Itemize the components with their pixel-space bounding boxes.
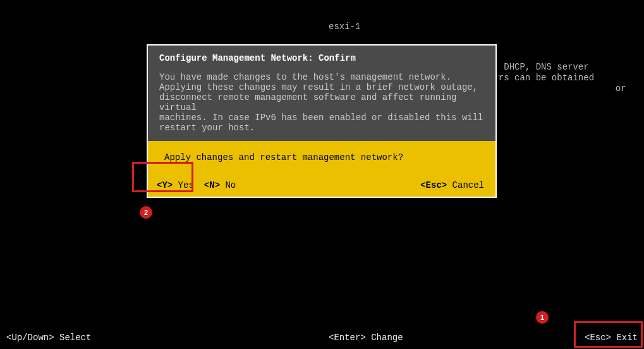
confirm-dialog: Configure Management Network: Confirm Yo… bbox=[147, 44, 497, 198]
no-key: <N> bbox=[204, 180, 220, 190]
footer-hint-change: <Enter> Change bbox=[329, 333, 403, 343]
yes-label: Yes bbox=[173, 180, 194, 190]
cancel-label: Cancel bbox=[447, 180, 484, 190]
footer-hint-select: <Up/Down> Select bbox=[6, 333, 91, 343]
no-label: No bbox=[220, 180, 236, 190]
footer-hint-exit[interactable]: <Esc> Exit bbox=[585, 333, 638, 343]
dialog-title: Configure Management Network: Confirm bbox=[159, 53, 484, 63]
dialog-header: Configure Management Network: Confirm Yo… bbox=[148, 46, 495, 141]
cancel-button[interactable]: <Esc> Cancel bbox=[420, 180, 484, 190]
annotation-callout-2: 2 bbox=[140, 206, 152, 219]
annotation-callout-1: 1 bbox=[536, 311, 549, 324]
yes-button[interactable]: <Y> Yes bbox=[157, 180, 194, 190]
question-text: Apply changes and restart management net… bbox=[164, 152, 403, 162]
dialog-body: You have made changes to the host's mana… bbox=[159, 72, 484, 133]
hostname-text: esxi-1 bbox=[329, 21, 631, 32]
dialog-actions: <Y> Yes <N> No <Esc> Cancel bbox=[148, 174, 495, 197]
no-button[interactable]: <N> No bbox=[204, 180, 236, 190]
footer-bar: <Up/Down> Select <Enter> Change <Esc> Ex… bbox=[0, 333, 644, 343]
dialog-question: Apply changes and restart management net… bbox=[148, 141, 495, 174]
cancel-key: <Esc> bbox=[420, 180, 447, 190]
yes-key: <Y> bbox=[157, 180, 173, 190]
